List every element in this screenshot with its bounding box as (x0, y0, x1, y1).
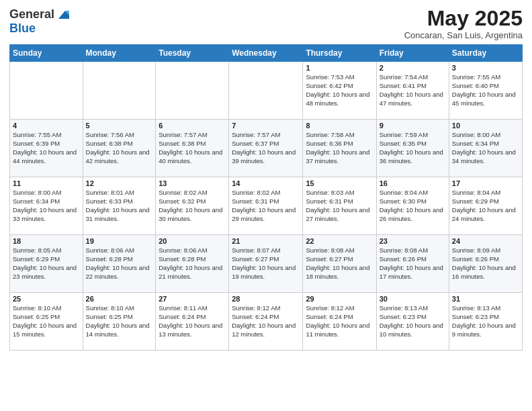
day-number: 1 (306, 64, 373, 72)
logo: General Blue (9, 7, 71, 36)
day-info: Sunrise: 7:53 AMSunset: 6:42 PMDaylight:… (306, 73, 373, 107)
day-info: Sunrise: 7:58 AMSunset: 6:36 PMDaylight:… (306, 131, 373, 165)
day-info: Sunrise: 8:00 AMSunset: 6:34 PMDaylight:… (13, 189, 80, 223)
calendar-day-7: 7Sunrise: 7:57 AMSunset: 6:37 PMDaylight… (229, 120, 303, 177)
calendar-day-empty-0-0 (10, 62, 83, 120)
logo-text: General (9, 7, 71, 21)
logo-icon (56, 7, 71, 21)
day-number: 20 (159, 237, 226, 245)
day-info: Sunrise: 8:02 AMSunset: 6:31 PMDaylight:… (232, 189, 300, 223)
calendar-day-23: 23Sunrise: 8:08 AMSunset: 6:26 PMDayligh… (376, 235, 449, 293)
logo-blue-text: Blue (9, 21, 36, 36)
day-info: Sunrise: 7:55 AMSunset: 6:40 PMDaylight:… (452, 73, 519, 107)
calendar-header-monday: Monday (83, 45, 156, 62)
calendar-header-saturday: Saturday (449, 45, 522, 62)
calendar-day-12: 12Sunrise: 8:01 AMSunset: 6:33 PMDayligh… (83, 177, 156, 235)
day-info: Sunrise: 8:04 AMSunset: 6:30 PMDaylight:… (380, 189, 446, 223)
calendar-day-31: 31Sunrise: 8:13 AMSunset: 6:23 PMDayligh… (449, 293, 522, 351)
calendar-header-wednesday: Wednesday (229, 45, 303, 62)
day-number: 21 (232, 237, 300, 245)
day-number: 7 (232, 122, 300, 130)
calendar-day-21: 21Sunrise: 8:07 AMSunset: 6:27 PMDayligh… (229, 235, 303, 293)
day-number: 8 (306, 122, 373, 130)
calendar-day-11: 11Sunrise: 8:00 AMSunset: 6:34 PMDayligh… (10, 177, 83, 235)
day-info: Sunrise: 8:13 AMSunset: 6:23 PMDaylight:… (452, 304, 519, 338)
day-number: 10 (452, 122, 519, 130)
day-info: Sunrise: 8:13 AMSunset: 6:23 PMDaylight:… (380, 304, 446, 338)
day-number: 16 (380, 179, 446, 187)
day-number: 17 (452, 179, 519, 187)
day-info: Sunrise: 8:08 AMSunset: 6:27 PMDaylight:… (306, 246, 373, 281)
day-number: 18 (13, 237, 80, 245)
day-info: Sunrise: 8:00 AMSunset: 6:34 PMDaylight:… (452, 131, 519, 165)
calendar-header-tuesday: Tuesday (156, 45, 229, 62)
day-info: Sunrise: 7:54 AMSunset: 6:41 PMDaylight:… (380, 73, 446, 107)
day-info: Sunrise: 8:04 AMSunset: 6:29 PMDaylight:… (452, 189, 519, 223)
day-number: 6 (159, 122, 226, 130)
calendar-day-10: 10Sunrise: 8:00 AMSunset: 6:34 PMDayligh… (449, 120, 522, 177)
day-number: 30 (380, 295, 446, 303)
day-info: Sunrise: 7:57 AMSunset: 6:38 PMDaylight:… (159, 131, 226, 165)
day-number: 13 (159, 179, 226, 187)
page: General Blue May 2025 Concaran, San Luis… (0, 0, 532, 411)
calendar-day-25: 25Sunrise: 8:10 AMSunset: 6:25 PMDayligh… (10, 293, 83, 351)
day-info: Sunrise: 8:06 AMSunset: 6:28 PMDaylight:… (86, 246, 153, 281)
calendar-day-28: 28Sunrise: 8:12 AMSunset: 6:24 PMDayligh… (229, 293, 303, 351)
calendar-week-1: 1Sunrise: 7:53 AMSunset: 6:42 PMDaylight… (10, 62, 523, 120)
day-info: Sunrise: 8:01 AMSunset: 6:33 PMDaylight:… (86, 189, 153, 223)
calendar-day-4: 4Sunrise: 7:55 AMSunset: 6:39 PMDaylight… (10, 120, 83, 177)
calendar-day-empty-0-2 (156, 62, 229, 120)
day-info: Sunrise: 8:03 AMSunset: 6:31 PMDaylight:… (306, 189, 373, 223)
month-title: May 2025 (404, 7, 523, 30)
calendar-day-13: 13Sunrise: 8:02 AMSunset: 6:32 PMDayligh… (156, 177, 229, 235)
day-number: 19 (86, 237, 153, 245)
day-info: Sunrise: 8:12 AMSunset: 6:24 PMDaylight:… (232, 304, 300, 338)
calendar-table: SundayMondayTuesdayWednesdayThursdayFrid… (9, 44, 523, 351)
day-number: 5 (86, 122, 153, 130)
day-info: Sunrise: 8:08 AMSunset: 6:26 PMDaylight:… (380, 246, 446, 281)
subtitle: Concaran, San Luis, Argentina (404, 30, 523, 40)
logo-general-text: General (9, 7, 54, 21)
calendar-day-empty-0-1 (83, 62, 156, 120)
day-info: Sunrise: 8:10 AMSunset: 6:25 PMDaylight:… (13, 304, 80, 338)
day-info: Sunrise: 7:56 AMSunset: 6:38 PMDaylight:… (86, 131, 153, 165)
day-number: 9 (380, 122, 446, 130)
day-number: 23 (380, 237, 446, 245)
day-info: Sunrise: 8:10 AMSunset: 6:25 PMDaylight:… (86, 304, 153, 338)
day-info: Sunrise: 8:02 AMSunset: 6:32 PMDaylight:… (159, 189, 226, 223)
calendar-day-20: 20Sunrise: 8:06 AMSunset: 6:28 PMDayligh… (156, 235, 229, 293)
header: General Blue May 2025 Concaran, San Luis… (9, 7, 523, 40)
calendar-day-15: 15Sunrise: 8:03 AMSunset: 6:31 PMDayligh… (303, 177, 376, 235)
calendar-header-thursday: Thursday (303, 45, 376, 62)
day-number: 22 (306, 237, 373, 245)
calendar-week-2: 4Sunrise: 7:55 AMSunset: 6:39 PMDaylight… (10, 120, 523, 177)
calendar-day-14: 14Sunrise: 8:02 AMSunset: 6:31 PMDayligh… (229, 177, 303, 235)
day-number: 2 (380, 64, 446, 72)
day-info: Sunrise: 8:09 AMSunset: 6:26 PMDaylight:… (452, 246, 519, 281)
calendar-day-29: 29Sunrise: 8:12 AMSunset: 6:24 PMDayligh… (303, 293, 376, 351)
calendar-day-5: 5Sunrise: 7:56 AMSunset: 6:38 PMDaylight… (83, 120, 156, 177)
calendar-day-empty-0-3 (229, 62, 303, 120)
calendar-header-row: SundayMondayTuesdayWednesdayThursdayFrid… (10, 45, 523, 62)
day-info: Sunrise: 8:12 AMSunset: 6:24 PMDaylight:… (306, 304, 373, 338)
day-number: 25 (13, 295, 80, 303)
calendar-day-2: 2Sunrise: 7:54 AMSunset: 6:41 PMDaylight… (376, 62, 449, 120)
day-info: Sunrise: 8:11 AMSunset: 6:24 PMDaylight:… (159, 304, 226, 338)
day-number: 26 (86, 295, 153, 303)
day-info: Sunrise: 7:55 AMSunset: 6:39 PMDaylight:… (13, 131, 80, 165)
day-info: Sunrise: 7:59 AMSunset: 6:35 PMDaylight:… (380, 131, 446, 165)
day-number: 12 (86, 179, 153, 187)
calendar-day-26: 26Sunrise: 8:10 AMSunset: 6:25 PMDayligh… (83, 293, 156, 351)
day-number: 11 (13, 179, 80, 187)
calendar-day-9: 9Sunrise: 7:59 AMSunset: 6:35 PMDaylight… (376, 120, 449, 177)
calendar-day-19: 19Sunrise: 8:06 AMSunset: 6:28 PMDayligh… (83, 235, 156, 293)
calendar-day-30: 30Sunrise: 8:13 AMSunset: 6:23 PMDayligh… (376, 293, 449, 351)
day-number: 15 (306, 179, 373, 187)
day-number: 24 (452, 237, 519, 245)
calendar-header-friday: Friday (376, 45, 449, 62)
day-info: Sunrise: 7:57 AMSunset: 6:37 PMDaylight:… (232, 131, 300, 165)
title-block: May 2025 Concaran, San Luis, Argentina (404, 7, 523, 40)
calendar-day-27: 27Sunrise: 8:11 AMSunset: 6:24 PMDayligh… (156, 293, 229, 351)
calendar-day-1: 1Sunrise: 7:53 AMSunset: 6:42 PMDaylight… (303, 62, 376, 120)
day-info: Sunrise: 8:05 AMSunset: 6:29 PMDaylight:… (13, 246, 80, 281)
